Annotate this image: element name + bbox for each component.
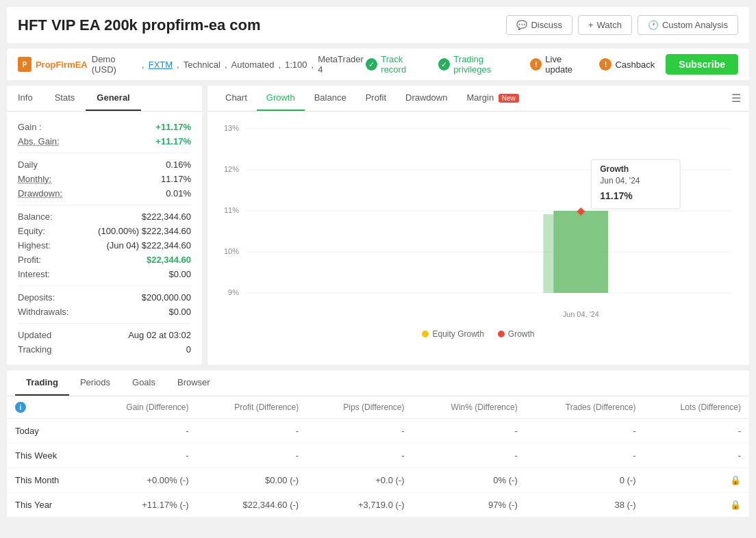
watch-button[interactable]: + Watch: [578, 15, 632, 35]
chart-tab-growth[interactable]: Growth: [257, 86, 305, 111]
balance-value: $222,344.60: [142, 212, 191, 222]
interest-label: Interest:: [18, 269, 50, 279]
bottom-tab-periods[interactable]: Periods: [69, 370, 121, 396]
equity-label: Equity:: [18, 226, 45, 236]
month-win: 0% (-): [413, 468, 526, 493]
page: HFT VIP EA 200k propfirm-ea com 💬 Discus…: [0, 0, 756, 538]
bottom-tab-goals[interactable]: Goals: [121, 370, 166, 396]
period-week: This Week: [7, 444, 89, 468]
equity-growth-legend: Equity Growth: [422, 329, 483, 339]
week-lots: -: [644, 444, 749, 468]
year-trades: 38 (-): [526, 493, 644, 517]
plus-icon: +: [588, 20, 594, 30]
year-pips: +3,719.0 (-): [307, 493, 412, 517]
table-row: Today - - - - - -: [7, 419, 749, 444]
period-year: This Year: [7, 493, 89, 517]
comma1: ,: [225, 60, 227, 70]
chart-tabs: Chart Growth Balance Profit Drawdown Mar…: [207, 86, 749, 112]
tab-info[interactable]: Info: [7, 86, 44, 111]
stat-deposits: Deposits: $200,000.00: [18, 290, 191, 305]
right-panel: Chart Growth Balance Profit Drawdown Mar…: [207, 86, 749, 365]
check-icon2: ✓: [438, 58, 450, 71]
bottom-panel: Trading Periods Goals Browser i Gain (Di…: [7, 370, 749, 517]
clock-icon: 🕐: [648, 20, 659, 30]
year-profit: $22,344.60 (-): [197, 493, 307, 517]
week-pips: -: [307, 444, 412, 468]
col-lots: Lots (Difference): [644, 396, 749, 419]
warn-icon1: !: [530, 58, 542, 71]
gain-label: Gain :: [18, 122, 42, 132]
bottom-tabs: Trading Periods Goals Browser: [7, 370, 749, 396]
chart-tab-balance[interactable]: Balance: [305, 86, 356, 111]
chart-legend: Equity Growth Growth: [218, 324, 738, 344]
updated-value: Aug 02 at 03:02: [128, 330, 191, 340]
svg-text:9%: 9%: [228, 288, 239, 296]
today-lots: -: [644, 419, 749, 444]
new-badge: New: [499, 94, 519, 103]
highest-label: Highest:: [18, 240, 51, 251]
track-record-badge: ✓ Track record: [366, 54, 427, 75]
stat-equity: Equity: (100.00%) $222,344.60: [18, 224, 191, 238]
chart-tab-profit[interactable]: Profit: [356, 86, 396, 111]
avatar: P: [18, 57, 32, 72]
today-trades: -: [526, 419, 644, 444]
year-gain: +11.17% (-): [89, 493, 197, 517]
tab-stats[interactable]: Stats: [44, 86, 86, 111]
month-gain: +0.00% (-): [89, 468, 197, 493]
today-profit: -: [197, 419, 307, 444]
info-icon[interactable]: i: [15, 402, 26, 413]
monthly-value: 11.17%: [161, 174, 191, 184]
table-row: This Year +11.17% (-) $22,344.60 (-) +3,…: [7, 493, 749, 517]
page-title: HFT VIP EA 200k propfirm-ea com: [18, 16, 261, 34]
year-lots: 🔒: [644, 493, 749, 517]
drawdown-label: Drawdown:: [18, 188, 62, 198]
week-trades: -: [526, 444, 644, 468]
bottom-tab-trading[interactable]: Trading: [15, 370, 69, 396]
live-update-badge: ! Live update: [530, 54, 588, 75]
account-technical: ,: [177, 60, 179, 70]
account-name-link[interactable]: PropFirmEA: [36, 60, 88, 70]
badges-area: ✓ Track record ✓ Trading privileges ! Li…: [366, 54, 738, 75]
divider3: [18, 285, 191, 286]
daily-label: Daily: [18, 159, 38, 170]
header-actions: 💬 Discuss + Watch 🕐 Custom Analysis: [506, 15, 738, 35]
equity-bar: [543, 214, 605, 293]
main-content: Info Stats General Gain : +11.17% Abs. G…: [7, 86, 749, 365]
left-panel: Info Stats General Gain : +11.17% Abs. G…: [7, 86, 202, 365]
col-gain: Gain (Difference): [89, 396, 197, 419]
chart-tab-margin[interactable]: Margin New: [457, 86, 528, 111]
table-row: This Month +0.00% (-) $0.00 (-) +0.0 (-)…: [7, 468, 749, 493]
subscribe-button[interactable]: Subscribe: [666, 54, 738, 75]
col-profit: Profit (Difference): [197, 396, 307, 419]
stats-section: Gain : +11.17% Abs. Gain: +11.17% Daily …: [7, 112, 202, 365]
custom-analysis-button[interactable]: 🕐 Custom Analysis: [638, 15, 738, 35]
stat-tracking: Tracking 0: [18, 342, 191, 357]
trading-privileges-badge: ✓ Trading privileges: [438, 54, 519, 75]
chart-tab-chart[interactable]: Chart: [216, 86, 257, 111]
subheader: P PropFirmEA Demo (USD) , FXTM , Technic…: [7, 49, 749, 80]
gain-value: +11.17%: [155, 122, 191, 132]
comma2: ,: [278, 60, 281, 70]
equity-value: (100.00%) $222,344.60: [98, 226, 191, 236]
monthly-label: Monthly:: [18, 174, 51, 184]
discuss-button[interactable]: 💬 Discuss: [506, 15, 572, 35]
today-win: -: [413, 419, 526, 444]
broker-link[interactable]: FXTM: [149, 60, 173, 70]
divider2: [18, 205, 191, 205]
chart-tab-drawdown[interactable]: Drawdown: [396, 86, 457, 111]
divider4: [18, 323, 191, 324]
tab-general[interactable]: General: [86, 86, 140, 111]
svg-text:Growth: Growth: [600, 164, 629, 174]
stat-drawdown: Drawdown: 0.01%: [18, 186, 191, 201]
balance-label: Balance:: [18, 212, 53, 222]
profit-value: $22,344.60: [147, 255, 191, 265]
settings-icon[interactable]: ☰: [731, 92, 741, 105]
today-pips: -: [307, 419, 412, 444]
tracking-value: 0: [186, 344, 191, 355]
bottom-tab-browser[interactable]: Browser: [166, 370, 221, 396]
svg-text:Jun 04, '24: Jun 04, '24: [600, 176, 640, 185]
deposits-value: $200,000.00: [142, 292, 191, 303]
month-lots: 🔒: [644, 468, 749, 493]
highest-value: (Jun 04) $222,344.60: [106, 240, 191, 251]
svg-text:12%: 12%: [224, 165, 239, 173]
